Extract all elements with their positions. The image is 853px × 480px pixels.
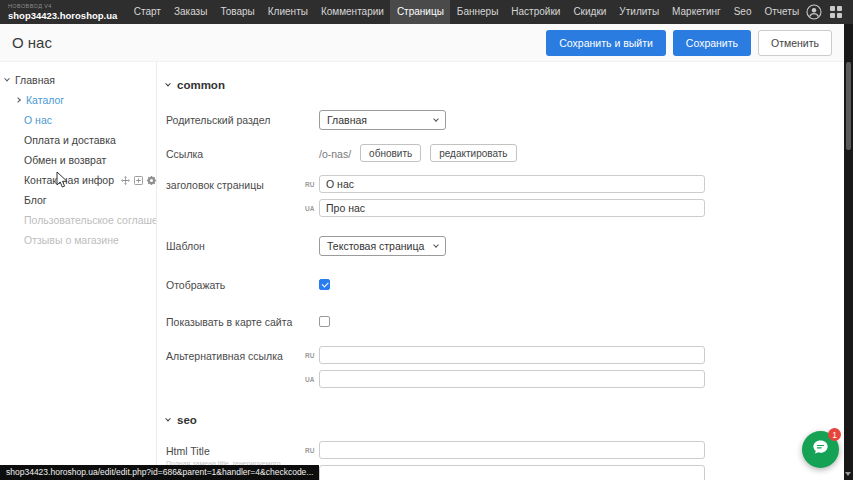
apps-grid-icon[interactable] [829,5,843,19]
link-value: /o-nas/ [319,144,351,160]
sidebar-item-contact-info[interactable]: Контактная инфор [0,170,156,190]
brand-version: НОВОВВОД V4 [8,4,117,10]
sidebar-item-blog[interactable]: Блог [0,190,156,210]
html-title-ua-input[interactable] [319,465,705,480]
gear-icon[interactable] [147,176,156,185]
field-label: Показывать в карте сайта [166,312,305,329]
chevron-down-icon [165,416,171,422]
alt-link-ua-input[interactable] [319,370,705,388]
field-sitemap: Показывать в карте сайта [166,312,844,329]
sidebar-item-payment-delivery[interactable]: Оплата и доставка [0,130,156,150]
move-icon[interactable] [121,176,130,185]
menu-item-settings[interactable]: Настройки [505,0,567,24]
vertical-scrollbar[interactable] [844,24,853,480]
section-seo[interactable]: seo [166,414,844,426]
menu-item-comments[interactable]: Комментарии [314,0,390,24]
html-title-ru-input[interactable] [319,441,705,459]
page-title-ru-input[interactable] [319,175,705,193]
sitemap-checkbox[interactable] [319,316,330,327]
sidebar-item-about[interactable]: О нас [0,110,156,130]
lang-spacer [305,110,319,116]
lang-label-ru: RU [305,441,319,459]
field-label: Ссылка [166,144,305,161]
section-common[interactable]: common [166,79,844,91]
link-edit-button[interactable]: редактировать [430,144,516,162]
pages-tree-sidebar: Главная Каталог О нас Оплата и доставка … [0,62,156,480]
chevron-right-icon[interactable] [15,97,21,103]
lang-label-ua: UA [305,199,319,217]
sidebar-item-label: Контактная инфор [24,174,114,186]
alt-link-ru-input[interactable] [319,346,705,364]
save-and-exit-button[interactable]: Сохранить и выйти [546,30,666,56]
menu-item-reports[interactable]: Отчеты [758,0,806,24]
field-alt-link: Альтернативная ссылка RU UA [166,346,844,388]
topbar: НОВОВВОД V4 shop34423.horoshop.ua Старт … [0,0,853,24]
field-label: Альтернативная ссылка [166,346,305,363]
lang-spacer [305,275,319,281]
field-page-title: заголовок страницы RU UA [166,175,844,217]
lang-label-ua: UA [305,370,319,388]
display-checkbox[interactable] [319,279,330,290]
cancel-button[interactable]: Отменить [758,30,832,56]
topbar-icons [806,4,853,20]
field-link: Ссылка /o-nas/ обновить редактировать [166,144,844,162]
menu-item-seo[interactable]: Seo [727,0,758,24]
sidebar-item-label: Главная [15,74,55,86]
sidebar-item-user-agreement[interactable]: Пользовательское соглашение [0,210,156,230]
menu-item-discounts[interactable]: Скидки [567,0,613,24]
scrollbar-thumb[interactable] [846,62,851,150]
brand-domain: shop34423.horoshop.ua [8,11,117,21]
field-parent-section: Родительский раздел Главная [166,110,844,130]
account-icon[interactable] [806,4,822,20]
menu-item-pages[interactable]: Страницы [390,0,450,24]
field-label: заголовок страницы [166,175,305,192]
field-display: Отображать [166,275,844,292]
link-update-button[interactable]: обновить [360,144,421,162]
add-page-icon[interactable] [134,176,143,185]
menu-item-start[interactable]: Старт [127,0,167,24]
sidebar-item-home[interactable]: Главная [0,70,156,90]
menu-item-products[interactable]: Товары [214,0,261,24]
sidebar-item-label: Обмен и возврат [24,154,106,166]
sidebar-item-label: Каталог [26,94,64,106]
field-label: Шаблон [166,236,305,253]
html-title-label: Html Title [166,445,305,458]
sidebar-item-label: Оплата и доставка [24,134,116,146]
chat-widget-button[interactable]: 1 [802,431,839,468]
sidebar-item-label: О нас [24,114,52,126]
menu-item-orders[interactable]: Заказы [167,0,213,24]
page-title-ua-input[interactable] [319,199,705,217]
chevron-down-icon [165,81,171,87]
sidebar-item-label: Блог [24,194,47,206]
chat-bubble-icon [811,438,830,461]
sidebar-item-catalog[interactable]: Каталог [0,90,156,110]
menu-item-utilities[interactable]: Утилиты [613,0,666,24]
select-value: Главная [327,114,367,126]
top-menu: Старт Заказы Товары Клиенты Комментарии … [127,0,805,24]
section-title: seo [177,414,197,426]
header-buttons: Сохранить и выйти Сохранить Отменить [546,30,832,56]
sidebar-item-exchange-return[interactable]: Обмен и возврат [0,150,156,170]
parent-section-select[interactable]: Главная [319,110,446,130]
lang-spacer [305,144,319,150]
section-title: common [177,79,225,91]
chevron-down-icon[interactable] [4,76,10,82]
menu-item-clients[interactable]: Клиенты [261,0,314,24]
lang-spacer [305,312,319,318]
field-label: Отображать [166,275,305,292]
menu-item-banners[interactable]: Баннеры [450,0,504,24]
page-title: О нас [12,34,52,51]
page-header: О нас Сохранить и выйти Сохранить Отмени… [0,24,844,62]
save-button[interactable]: Сохранить [673,30,751,56]
menu-item-marketing[interactable]: Маркетинг [666,0,728,24]
chevron-down-icon [433,242,439,248]
select-value: Текстовая страница [327,240,424,252]
screen: НОВОВВОД V4 shop34423.horoshop.ua Старт … [0,0,853,480]
template-select[interactable]: Текстовая страница [319,236,446,256]
lang-label-ru: RU [305,346,319,364]
brand[interactable]: НОВОВВОД V4 shop34423.horoshop.ua [0,4,127,20]
sidebar-item-label: Отзывы о магазине [24,234,119,246]
sidebar-item-label: Пользовательское соглашение [24,214,156,226]
sidebar-item-store-reviews[interactable]: Отзывы о магазине [0,230,156,250]
scroll-down-arrow-icon[interactable] [845,472,851,476]
